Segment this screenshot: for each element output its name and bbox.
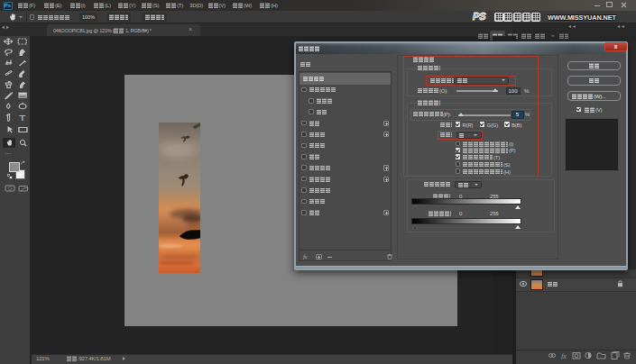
svg-text:fx: fx (561, 352, 567, 360)
svg-text:T: T (19, 114, 26, 123)
